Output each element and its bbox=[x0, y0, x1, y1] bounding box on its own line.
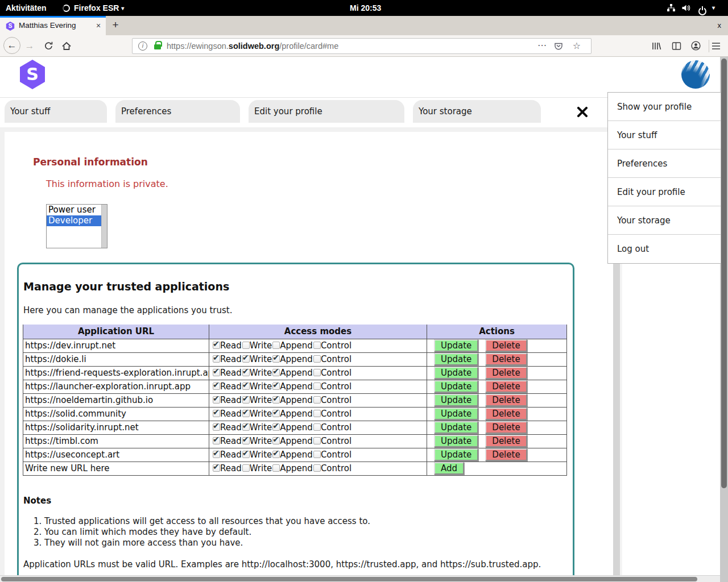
checkbox-append[interactable] bbox=[272, 423, 280, 431]
account-icon[interactable] bbox=[690, 35, 709, 56]
update-button[interactable]: Update bbox=[434, 339, 478, 352]
checkbox-read[interactable] bbox=[213, 342, 220, 349]
update-button[interactable]: Update bbox=[434, 408, 478, 420]
horizontal-scrollbar-thumb[interactable] bbox=[1, 577, 697, 581]
window-scrollbar[interactable] bbox=[720, 57, 728, 582]
update-button[interactable]: Update bbox=[434, 353, 478, 365]
checkbox-append[interactable] bbox=[272, 342, 280, 349]
back-button[interactable]: ← bbox=[3, 37, 20, 54]
checkbox-write[interactable] bbox=[242, 342, 250, 349]
delete-button[interactable]: Delete bbox=[485, 380, 527, 393]
delete-button[interactable]: Delete bbox=[485, 367, 527, 379]
role-option-power-user[interactable]: Power user bbox=[47, 205, 101, 215]
menu-item-show-your-profile[interactable]: Show your profile bbox=[608, 93, 721, 121]
update-button[interactable]: Update bbox=[434, 394, 478, 406]
tab-close-icon[interactable]: × bbox=[91, 16, 106, 35]
volume-icon[interactable] bbox=[681, 3, 691, 13]
checkbox-control[interactable] bbox=[313, 423, 321, 431]
chevron-down-icon[interactable]: ▾ bbox=[712, 0, 715, 16]
checkbox-write[interactable] bbox=[242, 437, 250, 444]
horizontal-scrollbar[interactable] bbox=[0, 575, 720, 582]
checkbox-read[interactable] bbox=[213, 355, 220, 363]
hamburger-menu-icon[interactable] bbox=[711, 35, 728, 56]
role-listbox[interactable]: Power user Developer bbox=[46, 204, 107, 248]
avatar[interactable] bbox=[681, 60, 710, 89]
delete-button[interactable]: Delete bbox=[485, 408, 527, 420]
delete-button[interactable]: Delete bbox=[485, 394, 527, 406]
update-button[interactable]: Update bbox=[434, 421, 478, 434]
checkbox-read[interactable] bbox=[213, 369, 220, 376]
new-tab-button[interactable]: + bbox=[107, 16, 124, 34]
browser-tab-active[interactable]: S Matthias Evering × bbox=[0, 16, 106, 35]
menu-item-preferences[interactable]: Preferences bbox=[608, 149, 721, 178]
app-menu-button[interactable]: Firefox ESR ▾ bbox=[63, 0, 124, 16]
home-button[interactable] bbox=[58, 35, 75, 56]
delete-button[interactable]: Delete bbox=[485, 353, 527, 365]
checkbox-control[interactable] bbox=[313, 342, 321, 349]
checkbox-control[interactable] bbox=[313, 410, 321, 417]
checkbox-read[interactable] bbox=[213, 383, 220, 390]
window-scrollbar-thumb[interactable] bbox=[721, 59, 727, 488]
delete-button[interactable]: Delete bbox=[485, 421, 527, 434]
checkbox-control[interactable] bbox=[313, 355, 321, 363]
pocket-icon[interactable] bbox=[553, 41, 564, 51]
checkbox-append[interactable] bbox=[272, 437, 280, 444]
checkbox-write[interactable] bbox=[242, 423, 250, 431]
tab-preferences[interactable]: Preferences bbox=[115, 100, 240, 123]
menu-item-your-stuff[interactable]: Your stuff bbox=[608, 121, 721, 149]
delete-button[interactable]: Delete bbox=[485, 339, 527, 352]
forward-button[interactable]: → bbox=[23, 35, 36, 56]
activities-button[interactable]: Aktivitäten bbox=[6, 0, 47, 16]
network-icon[interactable] bbox=[667, 3, 676, 13]
checkbox-append[interactable] bbox=[272, 369, 280, 376]
update-button[interactable]: Update bbox=[434, 380, 478, 393]
checkbox-append[interactable] bbox=[272, 383, 280, 390]
reload-button[interactable] bbox=[40, 35, 57, 56]
checkbox-append[interactable] bbox=[272, 355, 280, 363]
update-button[interactable]: Update bbox=[434, 367, 478, 379]
library-icon[interactable] bbox=[651, 35, 669, 56]
add-button[interactable]: Add bbox=[434, 462, 464, 475]
checkbox-append[interactable] bbox=[272, 451, 280, 458]
checkbox-write[interactable] bbox=[242, 451, 250, 458]
page-actions-icon[interactable]: ⋯ bbox=[537, 39, 547, 53]
listbox-scrollbar[interactable] bbox=[101, 205, 107, 248]
checkbox-control[interactable] bbox=[313, 396, 321, 404]
clock[interactable]: Mi 20:53 bbox=[350, 0, 381, 16]
new-url-input[interactable]: Write new URL here bbox=[23, 462, 209, 475]
update-button[interactable]: Update bbox=[434, 435, 478, 447]
tab-edit-your-profile[interactable]: Edit your profile bbox=[249, 100, 404, 123]
close-icon[interactable] bbox=[573, 105, 592, 119]
checkbox-control[interactable] bbox=[313, 451, 321, 458]
checkbox-append[interactable] bbox=[272, 464, 280, 472]
checkbox-read[interactable] bbox=[213, 464, 220, 472]
delete-button[interactable]: Delete bbox=[485, 435, 527, 447]
checkbox-control[interactable] bbox=[313, 383, 321, 390]
delete-button[interactable]: Delete bbox=[485, 448, 527, 461]
window-close-button[interactable]: x bbox=[718, 16, 722, 35]
checkbox-write[interactable] bbox=[242, 396, 250, 404]
power-icon[interactable] bbox=[698, 3, 706, 13]
checkbox-read[interactable] bbox=[213, 437, 220, 444]
checkbox-write[interactable] bbox=[242, 369, 250, 376]
checkbox-write[interactable] bbox=[242, 383, 250, 390]
menu-item-your-storage[interactable]: Your storage bbox=[608, 206, 721, 235]
tab-your-stuff[interactable]: Your stuff bbox=[5, 100, 107, 123]
checkbox-append[interactable] bbox=[272, 396, 280, 404]
checkbox-write[interactable] bbox=[242, 410, 250, 417]
sidebar-icon[interactable] bbox=[671, 35, 689, 56]
tab-your-storage[interactable]: Your storage bbox=[413, 100, 541, 123]
checkbox-write[interactable] bbox=[242, 355, 250, 363]
url-bar[interactable]: i https://ewingson.solidweb.org/profile/… bbox=[132, 38, 592, 54]
checkbox-read[interactable] bbox=[213, 423, 220, 431]
checkbox-read[interactable] bbox=[213, 451, 220, 458]
checkbox-control[interactable] bbox=[313, 464, 321, 472]
role-option-developer[interactable]: Developer bbox=[47, 215, 101, 226]
checkbox-control[interactable] bbox=[313, 369, 321, 376]
checkbox-read[interactable] bbox=[213, 410, 220, 417]
site-info-icon[interactable]: i bbox=[138, 41, 147, 51]
solid-logo[interactable]: S bbox=[18, 60, 47, 89]
checkbox-append[interactable] bbox=[272, 410, 280, 417]
menu-item-edit-your-profile[interactable]: Edit your profile bbox=[608, 178, 721, 206]
checkbox-read[interactable] bbox=[213, 396, 220, 404]
